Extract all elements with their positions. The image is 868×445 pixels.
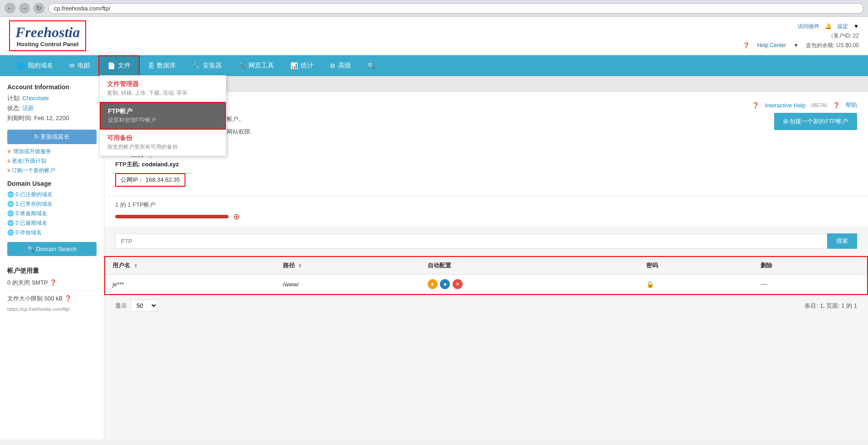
- order-account-link[interactable]: ≡ 订购一个新的帐户: [7, 167, 97, 174]
- nav-domains[interactable]: 🌐 我的域名: [9, 56, 61, 75]
- nav-web-tools-label: 网页工具: [249, 62, 274, 70]
- header-bottom-links: （客户ID: 22: [828, 32, 859, 40]
- col-path[interactable]: 路径 ⇕: [276, 257, 420, 275]
- dropdown-file-manager[interactable]: 文件管理器 复制, 转移, 上传, 下载, 压缩, 等等.: [100, 76, 226, 102]
- reload-button[interactable]: ↻: [34, 3, 44, 14]
- file-icon: 📄: [107, 62, 115, 69]
- lock-icon[interactable]: 🔒: [646, 281, 654, 288]
- wallet-balance: 皮包的余额: US $0.00: [806, 42, 859, 49]
- pagination-row: 显示 50 25 100 条目: 1, 页面: 1 的 1: [104, 295, 868, 316]
- public-ip-box: 公网IP： 168.34.62.35: [115, 173, 185, 187]
- domain-usage-block: Domain Usage 🌐 0 已注册的域名 🌐 1 已寄存的域名 🌐 0 将…: [7, 180, 97, 237]
- url-bar[interactable]: [48, 3, 863, 14]
- domain-link-2[interactable]: 🌐 0 将逾期域名: [7, 210, 97, 218]
- logo-subtitle: Hosting Control Panel: [15, 41, 80, 48]
- show-label: 显示: [115, 302, 127, 310]
- site-header: Freehostia Hosting Control Panel 访问插件 🔔 …: [0, 17, 868, 55]
- status-value: 活跃: [22, 105, 34, 111]
- domain-link-3[interactable]: 🌐 0 已逾期域名: [7, 219, 97, 227]
- col-auto-config: 自动配置: [420, 257, 639, 275]
- account-usage-title: 帐户使用量: [7, 267, 97, 275]
- files-dropdown: 文件管理器 复制, 转移, 上传, 下载, 压缩, 等等. FTP帐户 设置和管…: [99, 75, 226, 156]
- nav-installer[interactable]: 🔧 安装器: [184, 56, 230, 75]
- nav-stats[interactable]: 📊 统计: [282, 56, 322, 75]
- show-select[interactable]: 50 25 100: [131, 300, 158, 312]
- quota-label: 1 的 1 FTP帐户: [115, 201, 857, 209]
- question-icon-2: ❓: [752, 102, 759, 109]
- nav-search[interactable]: 🔍: [359, 57, 383, 75]
- auto-config-icon-2[interactable]: ●: [440, 279, 450, 289]
- file-manager-title: 文件管理器: [107, 80, 219, 88]
- cell-password: 🔒: [639, 275, 753, 294]
- main-nav: 🌐 我的域名 ✉ 电邮 📄 文件 文件管理器 复制, 转移, 上传, 下载, 压…: [0, 55, 868, 76]
- logo-box: Freehostia Hosting Control Panel: [9, 20, 86, 51]
- email-icon: ✉: [69, 62, 75, 69]
- settings-link[interactable]: 设定: [837, 23, 848, 30]
- interactive-help-link[interactable]: Interactive Help: [765, 102, 805, 109]
- account-dropdown[interactable]: ▼: [853, 23, 859, 29]
- help-center-link[interactable]: Help Center: [757, 42, 786, 48]
- sort-path-icon: ⇕: [298, 263, 302, 268]
- account-info-title: Account Information: [7, 83, 97, 91]
- auto-config-icon-3[interactable]: ✕: [453, 279, 463, 289]
- header-top-links: 访问插件 🔔 设定 ▼: [798, 23, 859, 30]
- nav-stats-label: 统计: [301, 62, 313, 70]
- ftp-desc: 设置和管理FTP帐户: [108, 116, 218, 124]
- ftp-table: 用户名 ⇕ 路径 ⇕ 自动配置 密码 删除 je***: [105, 257, 867, 294]
- domain-link-4[interactable]: 🌐 0 停放域名: [7, 229, 97, 237]
- nav-web-tools[interactable]: 🔨 网页工具: [230, 56, 282, 75]
- ftp-top: FTP 在这里您可以创建新的FTP帐户和管理现有帐户。 默认的FTP帐户提供您访…: [115, 101, 857, 187]
- ftp-search-input[interactable]: [115, 233, 827, 249]
- cell-path: /www/: [276, 275, 420, 294]
- nav-files-label: 文件: [118, 62, 131, 70]
- table-row: je*** /www/ ● ● ✕ 🔒 —: [105, 275, 867, 294]
- bell-icon[interactable]: 🔔: [825, 23, 832, 29]
- domain-usage-title: Domain Usage: [7, 180, 97, 187]
- domain-link-1[interactable]: 🌐 1 已寄存的域名: [7, 200, 97, 208]
- nav-database-label: 数据库: [157, 62, 176, 70]
- nav-domains-label: 我的域名: [28, 62, 53, 70]
- col-delete: 删除: [753, 257, 868, 275]
- customer-id: （客户ID: 22: [828, 32, 859, 40]
- nav-files[interactable]: 📄 文件 文件管理器 复制, 转移, 上传, 下载, 压缩, 等等. FTP帐户…: [98, 55, 140, 76]
- change-plan-link[interactable]: ≡ 更改/升级计划: [7, 157, 97, 165]
- nav-advanced[interactable]: ⚙ 高级: [322, 56, 359, 75]
- renew-btn[interactable]: ↻ 更新或延长: [7, 130, 97, 144]
- domain-search-button[interactable]: 🔍 Domain Search: [7, 242, 97, 256]
- sidebar-footer-url: https://cp.freehostia.com/ftp/: [7, 306, 97, 312]
- col-username[interactable]: 用户名 ⇕: [105, 257, 276, 275]
- create-ftp-button[interactable]: ⊞ 创建一个新的FTP帐户: [774, 113, 857, 130]
- account-usage-block: 帐户使用量 0 的关闭 SMTP ❓ 文件大小限制 500 kB ❓: [7, 267, 97, 303]
- expiry-label: 到期时间:: [7, 115, 33, 121]
- expiry-row: 到期时间: Feb 12, 2200: [7, 114, 97, 122]
- add-service-link[interactable]: ⊕ 增加或升级服务: [7, 148, 97, 155]
- search-icon: 🔍: [367, 62, 375, 69]
- quota-progress-bar: [115, 215, 229, 218]
- beta-badge: (BETA): [811, 102, 827, 108]
- question-icon-3: ❓: [833, 102, 840, 109]
- header-right: 访问插件 🔔 设定 ▼ （客户ID: 22 ❓ Help Center ▼ 皮包…: [743, 23, 859, 49]
- dropdown-backup[interactable]: 可用备份 游览您帐户里所有可用的备份: [100, 130, 226, 156]
- backup-title: 可用备份: [107, 134, 219, 142]
- ftp-search-button[interactable]: 搜索: [827, 233, 857, 249]
- dropdown-ftp[interactable]: FTP帐户 设置和管理FTP帐户: [100, 102, 226, 130]
- logo-text: Freehostia: [15, 24, 80, 41]
- back-button[interactable]: ←: [5, 3, 15, 14]
- nav-email[interactable]: ✉ 电邮: [61, 56, 98, 75]
- add-quota-icon[interactable]: ⊕: [233, 212, 240, 222]
- nav-database[interactable]: 🗄 数据库: [140, 56, 184, 75]
- visit-plugin-link[interactable]: 访问插件: [798, 23, 819, 30]
- plan-label: 计划:: [7, 95, 21, 102]
- stats-icon: 📊: [290, 62, 298, 69]
- backup-desc: 游览您帐户里所有可用的备份: [107, 143, 219, 151]
- forward-button[interactable]: →: [19, 3, 30, 14]
- ftp-host-row: FTP主机: codeland.xyz: [115, 160, 252, 169]
- table-header-row: 用户名 ⇕ 路径 ⇕ 自动配置 密码 删除: [105, 257, 867, 275]
- ftp-table-section: 用户名 ⇕ 路径 ⇕ 自动配置 密码 删除 je***: [104, 256, 868, 295]
- auto-config-icon-1[interactable]: ●: [428, 279, 438, 289]
- smtp-row: 0 的关闭 SMTP ❓: [7, 279, 97, 287]
- delete-dash[interactable]: —: [761, 280, 768, 288]
- help-link[interactable]: 帮助: [845, 101, 857, 109]
- domain-link-0[interactable]: 🌐 0 已注册的域名: [7, 191, 97, 198]
- status-row: 状态: 活跃: [7, 104, 97, 112]
